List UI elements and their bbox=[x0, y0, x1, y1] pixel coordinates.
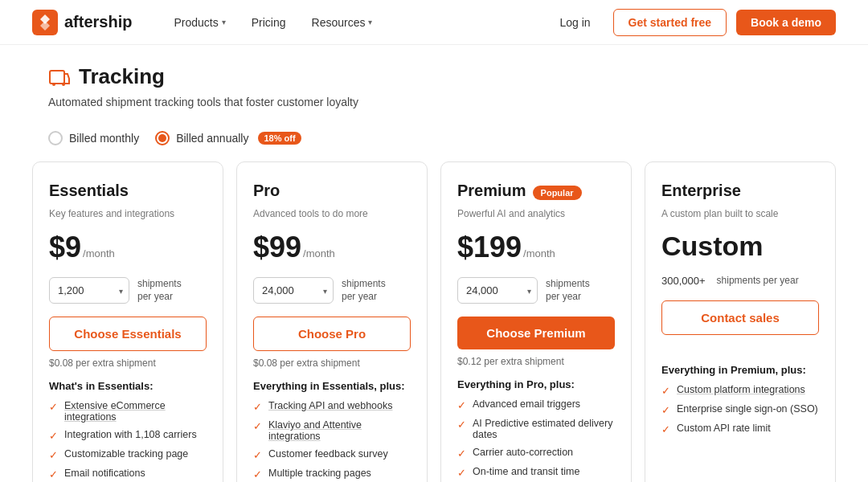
enterprise-feature-2: ✓ Enterprise single sign-on (SSO) bbox=[661, 403, 819, 416]
enterprise-feature-2-text: Enterprise single sign-on (SSO) bbox=[677, 403, 818, 415]
nav-products[interactable]: Products ▾ bbox=[164, 10, 235, 35]
essentials-extra-cost: $0.08 per extra shipment bbox=[49, 357, 207, 369]
pro-features-heading: Everything in Essentials, plus: bbox=[253, 380, 411, 392]
logo-text: aftership bbox=[64, 13, 132, 31]
chevron-down-icon-2: ▾ bbox=[368, 18, 372, 27]
enterprise-title: Enterprise bbox=[661, 182, 741, 200]
book-demo-button[interactable]: Book a demo bbox=[736, 10, 836, 35]
essentials-feature-3-text: Customizable tracking page bbox=[64, 448, 188, 460]
pro-price-row: $99 /month bbox=[253, 231, 411, 264]
check-icon: ✓ bbox=[457, 447, 466, 460]
essentials-desc: Key features and integrations bbox=[49, 208, 207, 219]
nav-resources-label: Resources bbox=[312, 16, 366, 29]
pricing-cards: Essentials Key features and integrations… bbox=[0, 145, 868, 482]
nav-resources[interactable]: Resources ▾ bbox=[302, 10, 383, 35]
billing-monthly-label: Billed monthly bbox=[69, 132, 139, 145]
login-button[interactable]: Log in bbox=[547, 10, 603, 35]
nav-actions: Log in Get started free Book a demo bbox=[547, 9, 836, 36]
premium-feature-3: ✓ Carrier auto-correction bbox=[457, 447, 615, 460]
premium-select-wrapper: 24,000 48,000 120,000 ▾ bbox=[457, 277, 538, 304]
pro-title: Pro bbox=[253, 182, 280, 200]
pro-desc: Advanced tools to do more bbox=[253, 208, 411, 219]
enterprise-feature-1: ✓ Custom platform integrations bbox=[661, 384, 819, 397]
essentials-feature-4-text: Email notifications bbox=[64, 468, 145, 479]
essentials-price: $9 bbox=[49, 231, 81, 264]
pro-price: $99 bbox=[253, 231, 301, 264]
svg-rect-3 bbox=[50, 71, 64, 84]
enterprise-features-heading: Everything in Premium, plus: bbox=[661, 364, 819, 376]
pro-cta-button[interactable]: Choose Pro bbox=[253, 317, 411, 351]
card-enterprise: Enterprise A custom plan built to scale … bbox=[645, 161, 836, 482]
nav-links: Products ▾ Pricing Resources ▾ bbox=[164, 10, 547, 35]
pro-feature-4-text: Multiple tracking pages bbox=[268, 468, 371, 479]
radio-annually-inner bbox=[158, 134, 166, 142]
pro-shipment-select[interactable]: 24,000 48,000 120,000 bbox=[253, 277, 334, 304]
chevron-down-icon: ▾ bbox=[222, 18, 226, 27]
billing-annually[interactable]: Billed annually 18% off bbox=[155, 131, 301, 145]
premium-title-row: Premium Popular bbox=[457, 182, 615, 203]
enterprise-title-row: Enterprise bbox=[661, 182, 819, 203]
card-premium: Premium Popular Powerful AI and analytic… bbox=[440, 161, 632, 482]
billing-annually-badge: 18% off bbox=[258, 132, 301, 145]
enterprise-shipment-label: shipments per year bbox=[717, 275, 799, 288]
pro-feature-4: ✓ Multiple tracking pages bbox=[253, 468, 411, 480]
check-icon: ✓ bbox=[457, 419, 466, 431]
pro-shipment-label: shipmentsper year bbox=[342, 278, 386, 303]
premium-cta-button[interactable]: Choose Premium bbox=[457, 317, 615, 349]
logo-icon bbox=[32, 10, 58, 35]
page-header: Tracking Automated shipment tracking too… bbox=[0, 45, 868, 121]
premium-feature-4-text: On-time and transit time bbox=[473, 466, 579, 477]
popular-badge: Popular bbox=[533, 186, 582, 200]
nav-pricing-label: Pricing bbox=[252, 16, 286, 29]
premium-shipment-row: 24,000 48,000 120,000 ▾ shipmentsper yea… bbox=[457, 277, 615, 304]
radio-monthly bbox=[48, 131, 63, 145]
essentials-feature-1: ✓ Extensive eCommerce integrations bbox=[49, 400, 207, 423]
enterprise-cta-button[interactable]: Contact sales bbox=[661, 300, 819, 335]
essentials-features-heading: What's in Essentials: bbox=[49, 380, 207, 392]
pro-feature-3: ✓ Customer feedback survey bbox=[253, 448, 411, 461]
pro-feature-1-text: Tracking API and webhooks bbox=[268, 400, 393, 411]
essentials-cta-button[interactable]: Choose Essentials bbox=[49, 317, 207, 351]
enterprise-shipment-static: 300,000+ bbox=[661, 275, 706, 287]
enterprise-shipment-row: 300,000+ shipments per year bbox=[661, 275, 819, 288]
pro-title-row: Pro bbox=[253, 182, 411, 203]
svg-point-5 bbox=[62, 83, 65, 86]
billing-toggle: Billed monthly Billed annually 18% off bbox=[0, 121, 868, 145]
billing-monthly[interactable]: Billed monthly bbox=[48, 131, 139, 145]
premium-desc: Powerful AI and analytics bbox=[457, 208, 615, 219]
essentials-feature-4: ✓ Email notifications bbox=[49, 468, 207, 480]
essentials-feature-2-text: Integration with 1,108 carriers bbox=[64, 429, 197, 440]
logo[interactable]: aftership bbox=[32, 10, 132, 35]
essentials-title: Essentials bbox=[49, 182, 129, 200]
check-icon: ✓ bbox=[253, 468, 262, 480]
check-icon: ✓ bbox=[253, 449, 262, 461]
enterprise-price-row: Custom bbox=[661, 231, 819, 262]
essentials-period: /month bbox=[83, 247, 115, 259]
card-essentials: Essentials Key features and integrations… bbox=[32, 161, 223, 482]
check-icon: ✓ bbox=[661, 385, 670, 397]
radio-annually bbox=[155, 131, 170, 145]
get-started-button[interactable]: Get started free bbox=[613, 9, 727, 36]
pro-feature-2: ✓ Klaviyo and Attentive integrations bbox=[253, 419, 411, 442]
essentials-feature-3: ✓ Customizable tracking page bbox=[49, 448, 207, 461]
nav-products-label: Products bbox=[174, 16, 218, 29]
check-icon: ✓ bbox=[253, 420, 262, 432]
premium-price: $199 bbox=[457, 231, 522, 264]
enterprise-price: Custom bbox=[661, 231, 764, 262]
enterprise-extra-cost bbox=[661, 341, 819, 353]
page-subtitle: Automated shipment tracking tools that f… bbox=[48, 96, 820, 108]
enterprise-feature-1-text: Custom platform integrations bbox=[677, 384, 805, 395]
nav-pricing[interactable]: Pricing bbox=[242, 10, 296, 35]
premium-feature-2: ✓ AI Predictive estimated delivery dates bbox=[457, 418, 615, 440]
pro-feature-1: ✓ Tracking API and webhooks bbox=[253, 400, 411, 413]
premium-features-heading: Everything in Pro, plus: bbox=[457, 378, 615, 390]
premium-shipment-label: shipmentsper year bbox=[546, 278, 590, 303]
check-icon: ✓ bbox=[661, 423, 670, 435]
premium-shipment-select[interactable]: 24,000 48,000 120,000 bbox=[457, 277, 538, 304]
page-title: Tracking bbox=[79, 64, 165, 89]
navbar: aftership Products ▾ Pricing Resources ▾… bbox=[0, 0, 868, 45]
essentials-shipment-label: shipmentsper year bbox=[137, 278, 182, 303]
check-icon: ✓ bbox=[457, 399, 466, 411]
check-icon: ✓ bbox=[457, 467, 466, 479]
essentials-shipment-select[interactable]: 1,200 6,000 12,000 24,000 bbox=[49, 277, 129, 304]
